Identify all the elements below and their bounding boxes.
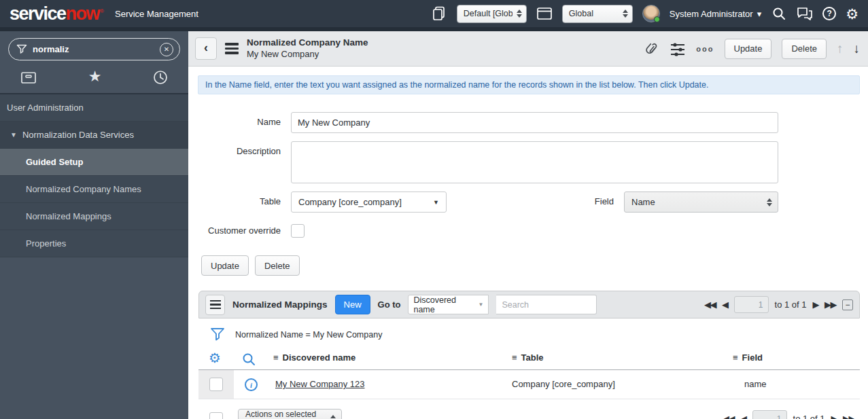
history-clock-icon[interactable]	[153, 70, 168, 85]
table-select[interactable]: Company [core_company] ▼	[291, 192, 447, 213]
all-applications-icon[interactable]	[20, 70, 37, 85]
row-checkbox[interactable]	[209, 378, 223, 391]
select-all-checkbox[interactable]	[209, 412, 223, 419]
collapse-list-icon[interactable]: −	[842, 299, 853, 310]
app-label: Service Management	[115, 9, 198, 19]
row-checkbox-cell	[198, 370, 234, 399]
previous-record-icon[interactable]: ↑	[837, 41, 844, 56]
select-spinner-icon	[517, 10, 522, 18]
goto-label: Go to	[378, 299, 401, 310]
sidebar-item-label: Properties	[26, 238, 66, 249]
column-label: Discovered name	[283, 352, 356, 363]
field-cell: name	[744, 379, 767, 389]
goto-column-select[interactable]: Discovered name ▼	[408, 295, 489, 314]
column-header-discovered-name[interactable]: ≡ Discovered name	[273, 352, 355, 363]
navigator-search-area: ✕	[0, 31, 188, 60]
sidebar-item-properties[interactable]: Properties	[0, 230, 188, 257]
previous-page-icon[interactable]: ◀	[722, 300, 728, 309]
column-search-icon[interactable]	[242, 352, 256, 366]
record-form: Name Description Table Company [core_com…	[188, 101, 868, 276]
application-scope-select[interactable]: Global	[562, 5, 633, 23]
form-delete-button[interactable]: Delete	[255, 255, 300, 276]
sidebar-item-normalized-mappings[interactable]: Normalized Mappings	[0, 203, 188, 230]
name-label: Name	[188, 112, 281, 132]
sidebar-item-normalized-company-names[interactable]: Normalized Company Names	[0, 176, 188, 203]
global-search-icon[interactable]	[771, 5, 787, 22]
first-page-icon[interactable]: ◀◀	[723, 414, 734, 419]
logo-service-text: service	[10, 5, 66, 23]
list-search-input[interactable]	[496, 295, 597, 314]
list-personalize-gear-icon[interactable]: ⚙	[209, 351, 221, 365]
logo-registered-mark: ®	[100, 9, 104, 14]
customer-override-checkbox[interactable]	[291, 224, 305, 238]
column-header-field[interactable]: ≡ Field	[733, 352, 763, 363]
back-button[interactable]: ‹	[195, 37, 217, 60]
list-pagination-bottom: ◀◀ ◀ to 1 of 1 ▶ ▶▶	[723, 410, 854, 419]
actions-select-value: Actions on selected rows...	[245, 409, 330, 419]
chevron-down-icon: ▾	[757, 9, 762, 19]
personalize-form-icon[interactable]	[670, 41, 686, 56]
column-label: Field	[742, 352, 763, 363]
customer-override-label: Customer override	[188, 221, 281, 241]
chat-icon[interactable]	[797, 5, 813, 22]
update-set-value: Default [Globa	[464, 9, 513, 18]
last-page-icon[interactable]: ▶▶	[824, 300, 836, 309]
select-spinner-icon	[767, 198, 772, 206]
expand-triangle-icon: ▼	[10, 131, 17, 139]
filter-breadcrumb[interactable]: Normalized Name = My New Company	[235, 330, 382, 340]
navigator-filter-pill[interactable]: ✕	[8, 38, 180, 60]
logo-now-text: now	[66, 5, 100, 23]
column-label: Table	[521, 352, 544, 363]
sidebar-item-user-administration[interactable]: User Administration	[0, 94, 188, 122]
list-pagination-top: ◀◀ ◀ to 1 of 1 ▶ ▶▶ −	[704, 296, 853, 313]
user-avatar[interactable]	[642, 5, 660, 22]
content-frame: ‹ Normalized Company Name My New Company…	[188, 31, 868, 419]
clear-filter-icon[interactable]: ✕	[160, 43, 173, 56]
presence-dot	[654, 16, 660, 22]
first-page-icon[interactable]: ◀◀	[704, 300, 716, 309]
sidebar-item-label: Normalized Mappings	[26, 211, 111, 221]
navigator-menu: User Administration ▼ Normalization Data…	[0, 94, 188, 257]
scope-value: Global	[569, 9, 593, 18]
user-menu[interactable]: System Administrator ▾	[670, 9, 761, 19]
description-field[interactable]	[291, 141, 778, 183]
previous-page-icon[interactable]: ◀	[740, 414, 746, 419]
navigator-tabs: ★	[0, 60, 188, 94]
servicenow-logo[interactable]: servicenow®	[10, 5, 104, 23]
favorites-star-icon[interactable]: ★	[88, 70, 102, 85]
table-row: i My New Company 123 Company [core_compa…	[198, 370, 860, 399]
delete-button[interactable]: Delete	[782, 39, 827, 59]
name-field[interactable]	[291, 112, 778, 133]
field-select[interactable]: Name	[624, 192, 778, 213]
window-icon[interactable]	[536, 5, 553, 22]
paperclip-attachment-icon[interactable]	[644, 41, 659, 56]
more-options-icon[interactable]: ooo	[696, 45, 714, 53]
column-header-table[interactable]: ≡ Table	[512, 352, 544, 363]
settings-gear-icon[interactable]: ⚙	[846, 7, 858, 21]
form-context-menu-icon[interactable]	[225, 43, 239, 54]
update-set-select[interactable]: Default [Globa	[457, 5, 527, 23]
record-info-icon[interactable]: i	[245, 378, 258, 391]
row-range-label: to 1 of 1	[775, 299, 807, 310]
page-number-input[interactable]	[752, 410, 787, 419]
sidebar-section-normalization-data-services[interactable]: ▼ Normalization Data Services	[0, 122, 188, 149]
servicenow-app: servicenow® Service Management Default […	[0, 0, 868, 419]
list-context-menu-icon[interactable]	[205, 295, 225, 315]
form-update-button[interactable]: Update	[201, 255, 249, 276]
actions-on-selected-rows-select[interactable]: Actions on selected rows...	[238, 409, 342, 419]
stacked-pages-icon[interactable]	[431, 5, 447, 22]
sidebar-item-guided-setup[interactable]: Guided Setup	[0, 149, 188, 176]
last-page-icon[interactable]: ▶▶	[843, 414, 854, 419]
help-icon[interactable]: ?	[822, 7, 836, 20]
navigator-filter-input[interactable]	[33, 44, 154, 54]
filter-funnel-icon[interactable]	[210, 327, 225, 342]
next-record-icon[interactable]: ↓	[854, 41, 861, 56]
sidebar-item-label: Guided Setup	[26, 157, 84, 167]
next-page-icon[interactable]: ▶	[813, 300, 819, 309]
new-button[interactable]: New	[335, 295, 370, 314]
info-message: In the Name field, enter the text you wa…	[198, 75, 860, 94]
update-button[interactable]: Update	[725, 39, 772, 59]
next-page-icon[interactable]: ▶	[831, 414, 837, 419]
page-number-input[interactable]	[734, 296, 769, 313]
discovered-name-link[interactable]: My New Company 123	[275, 379, 365, 389]
